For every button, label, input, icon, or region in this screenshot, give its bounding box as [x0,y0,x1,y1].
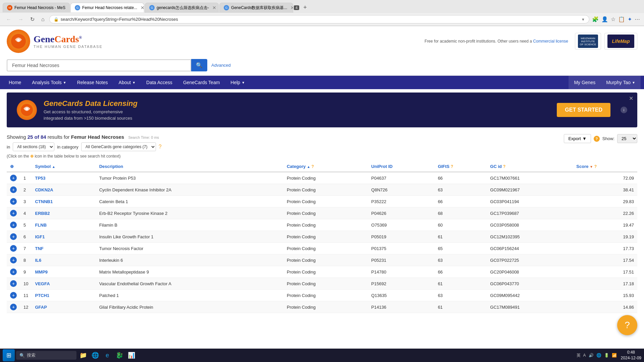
tab-close-2[interactable]: ✕ [141,5,144,10]
row-gifts: 63 [434,184,487,196]
gene-symbol-link[interactable]: CDKN2A [35,187,53,192]
ad-info-icon[interactable]: i [621,107,627,113]
th-category[interactable]: Category ▲ ? [283,161,368,172]
gene-symbol-link[interactable]: GFAP [35,305,47,310]
add-gene-button[interactable]: + [10,292,17,299]
back-button[interactable]: ← [4,15,13,23]
ad-close-button[interactable]: ✕ [629,95,633,102]
category-th-help[interactable]: ? [311,164,314,169]
th-gifts[interactable]: GIFtS ? [434,161,487,172]
gene-symbol-link[interactable]: ERBB2 [35,211,50,216]
th-description[interactable]: Description [96,161,283,172]
tab-close-3[interactable]: ✕ [212,5,216,10]
row-gcid: GC20P046008 [487,266,573,278]
add-gene-button[interactable]: + [10,198,17,205]
extensions-icon[interactable]: 🧩 [592,16,599,22]
tab-close-4[interactable]: ✕ [290,5,293,10]
gene-symbol-link[interactable]: VEGFA [35,281,50,286]
taskbar-app4[interactable]: 🐉 [114,350,125,361]
taskbar-app5[interactable]: 📊 [126,350,137,361]
tray-icon2: 🌐 [596,353,601,358]
export-button[interactable]: Export ▼ [564,134,591,143]
nav-genecards-team[interactable]: GeneCards Team [178,76,225,89]
collections-icon[interactable]: 📋 [618,16,625,22]
browser-tab-2[interactable]: G Femur Head Necroses relate... ✕ [70,3,144,12]
row-gcid: GC17M007661 [487,172,573,184]
ad-cta-button[interactable]: GET STARTED [557,103,610,117]
add-gene-button[interactable]: + [10,268,17,275]
add-gene-button[interactable]: + [10,233,17,240]
gene-symbol-link[interactable]: FLNB [35,223,47,228]
gene-symbol-link[interactable]: MMP9 [35,269,48,275]
reload-button[interactable]: ↻ [28,15,37,23]
main-search-input[interactable] [7,59,191,71]
favorites-icon[interactable]: ☆ [611,16,615,22]
section-filter[interactable]: All sections (18) [13,142,54,151]
add-gene-button[interactable]: + [10,186,17,193]
address-bar[interactable]: 🔒 search/Keyword?queryString=Femur%20Hea… [49,15,589,23]
browser-tab-4[interactable]: G GeneCards数据库获取疾病基... ✕ [219,3,293,13]
row-uniprot: P04626 [368,207,435,219]
taskbar-search[interactable]: 🔍 搜索 [16,351,76,360]
row-score: 17.54 [573,254,637,266]
results-help-icon[interactable]: ? [594,136,600,142]
gcid-th-help[interactable]: ? [503,164,505,169]
nav-analysis-tools[interactable]: Analysis Tools ▼ [26,76,71,89]
nav-data-access[interactable]: Data Access [141,76,178,89]
search-button[interactable]: 🔍 [191,59,207,71]
nav-about[interactable]: About ▼ [113,76,141,89]
profile-icon[interactable]: 👤 [601,16,608,22]
tab-title-2: Femur Head Necroses relate... [82,5,137,10]
taskbar-ie[interactable]: e [102,350,113,361]
row-gifts: 61 [434,278,487,290]
category-help-icon[interactable]: ? [159,144,162,150]
th-uniprot[interactable]: UniProt ID [368,161,435,172]
show-count-select[interactable]: 25 50 100 [617,134,637,143]
score-th-help[interactable]: ? [594,164,597,169]
lock-icon: 🔒 [54,17,59,22]
tray-icon1: 🔊 [589,353,594,358]
chat-widget[interactable]: ? [617,315,637,335]
nav-my-genes[interactable]: My Genes [569,76,601,89]
taskbar-edge[interactable]: 🌐 [90,350,101,361]
add-gene-button[interactable]: + [10,257,17,263]
new-tab-button[interactable]: + [300,2,310,13]
address-dropdown-icon[interactable]: ▼ [581,17,585,21]
taskbar-file-explorer[interactable]: 📁 [78,350,89,361]
start-button[interactable]: ⊞ [3,349,15,361]
gene-symbol-link[interactable]: PTCH1 [35,293,49,298]
copilot-icon[interactable]: ✦ [628,16,632,22]
row-number: 1 [20,172,32,184]
nav-help[interactable]: Help ▼ [225,76,250,89]
browser-menu-icon[interactable]: ⋯ [635,16,640,22]
gene-symbol-link[interactable]: TP53 [35,176,45,181]
row-number: 5 [20,219,32,231]
nav-user-menu[interactable]: Murphy Tao ▼ [601,76,641,89]
row-gifts: 63 [434,254,487,266]
nav-release-notes[interactable]: Release Notes [72,76,113,89]
browser-tab-1[interactable]: M Femur Head Necrosis - MeS [3,3,70,12]
th-gcid[interactable]: GC id ? [487,161,573,172]
home-button[interactable]: ⌂ [39,15,47,23]
category-filter[interactable]: All GeneCards gene categories (7) [81,142,156,151]
browser-tab-3[interactable]: G genecards怎么筛选疾病点击- ✕ [145,3,219,13]
gene-symbol-link[interactable]: TNF [35,246,43,251]
commercial-link[interactable]: Commercial license [533,39,568,44]
row-description: Catenin Beta 1 [96,196,283,207]
add-gene-button[interactable]: + [10,175,17,181]
gifts-th-help[interactable]: ? [451,164,453,169]
gene-symbol-link[interactable]: IGF1 [35,234,45,239]
th-score[interactable]: Score ▼ ? [573,161,637,172]
add-gene-button[interactable]: + [10,210,17,217]
taskbar-search-icon: 🔍 [19,353,25,358]
add-gene-button[interactable]: + [10,280,17,287]
add-gene-button[interactable]: + [10,304,17,310]
advanced-link[interactable]: Advanced [211,63,231,68]
add-gene-button[interactable]: + [10,222,17,228]
add-gene-button[interactable]: + [10,245,17,252]
forward-button[interactable]: → [16,15,25,23]
gene-symbol-link[interactable]: IL6 [35,258,41,263]
th-symbol[interactable]: Symbol ▲ [32,161,96,172]
gene-symbol-link[interactable]: CTNNB1 [35,199,53,204]
nav-home[interactable]: Home [3,76,26,89]
